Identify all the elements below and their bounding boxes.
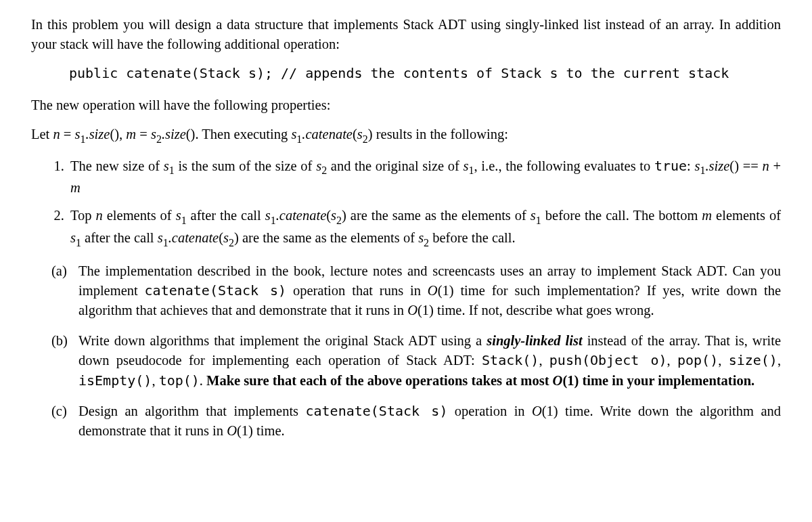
- var-s: s: [418, 230, 424, 245]
- subscript: 1: [76, 237, 81, 248]
- let-clause: Let n = s1.size(), m = s2.size(). Then e…: [31, 125, 781, 147]
- text: ,: [777, 353, 781, 368]
- var-m: m: [126, 127, 136, 142]
- text: The new size of: [70, 158, 164, 173]
- code-op: Stack(): [482, 352, 539, 368]
- text: are the same as the elements of: [239, 230, 418, 245]
- text: after the call: [81, 230, 158, 245]
- subscript: 1: [700, 165, 705, 176]
- text: (): [110, 127, 119, 142]
- emphasis: Make sure that each of the above operati…: [206, 373, 553, 388]
- method-size: size: [89, 127, 110, 142]
- text: (: [353, 127, 357, 142]
- var-m: m: [702, 208, 712, 223]
- kw-true: true: [654, 158, 687, 174]
- text: Write down algorithms that implement the…: [78, 333, 487, 348]
- subscript: 1: [81, 133, 86, 145]
- subscript: 1: [469, 165, 474, 176]
- text: (1): [542, 404, 558, 418]
- text: ): [342, 208, 346, 223]
- text: :: [687, 158, 694, 173]
- text: ): [368, 127, 373, 142]
- subscript: 1: [163, 237, 168, 248]
- subscript: 2: [156, 133, 162, 145]
- code-op: isEmpty(): [78, 372, 152, 389]
- text: operation in: [447, 404, 532, 418]
- var-n: n: [53, 127, 60, 142]
- subscript: 1: [296, 133, 302, 145]
- part-label-b: (b): [51, 331, 68, 351]
- text: (): [729, 158, 739, 173]
- big-o: O: [553, 373, 563, 388]
- list-item: (c) Design an algorithm that implements …: [51, 401, 781, 441]
- subscript: 1: [536, 215, 541, 226]
- var-s: s: [75, 127, 81, 142]
- problem-statement: In this problem you will design a data s…: [0, 0, 812, 472]
- subscript: 1: [271, 215, 276, 226]
- text: ,: [152, 373, 158, 388]
- emphasis: time in your implementation.: [579, 373, 754, 388]
- text: elements of: [103, 208, 176, 223]
- text: (1): [438, 283, 454, 298]
- subscript: 1: [181, 215, 187, 226]
- text: =: [60, 127, 75, 142]
- text: ,: [119, 127, 126, 142]
- text: is the sum of the size of: [175, 158, 316, 173]
- var-s: s: [158, 230, 163, 245]
- text: time.: [253, 423, 285, 438]
- text: time. If not, describe what goes wrong.: [434, 303, 654, 318]
- code-catenate: catenate(Stack s): [145, 282, 286, 299]
- text: (1): [418, 303, 434, 318]
- var-n: n: [96, 208, 103, 223]
- code-op: push(Object o): [549, 352, 667, 368]
- method-catenate: catenate: [172, 230, 219, 245]
- var-s: s: [151, 127, 156, 142]
- text: before the call. The bottom: [541, 208, 702, 223]
- subscript: 1: [169, 165, 175, 176]
- properties-list: The new size of s1 is the sum of the siz…: [31, 156, 781, 251]
- text: Top: [70, 208, 96, 223]
- text: (1): [237, 423, 253, 438]
- text: Design an algorithm that implements: [78, 404, 305, 418]
- text: (1): [562, 373, 579, 388]
- code-op: size(): [729, 352, 777, 368]
- var-s: s: [531, 208, 536, 223]
- text: +: [769, 158, 781, 173]
- subscript: 2: [336, 215, 342, 226]
- list-item: (b) Write down algorithms that implement…: [51, 331, 781, 390]
- var-s: s: [357, 127, 363, 142]
- text: operation that runs in: [286, 283, 428, 298]
- text: , i.e., the following evaluates to: [474, 158, 654, 173]
- var-s: s: [176, 208, 181, 223]
- subparts-list: (a) The implementation described in the …: [31, 261, 781, 441]
- catenate-signature: public catenate(Stack s); // appends the…: [69, 64, 781, 83]
- text: ,: [718, 353, 728, 368]
- text: before the call.: [429, 230, 515, 245]
- var-s: s: [164, 158, 169, 173]
- var-s: s: [265, 208, 271, 223]
- text: are the same as the elements of: [346, 208, 531, 223]
- list-item: The new size of s1 is the sum of the siz…: [68, 156, 781, 198]
- big-o: O: [227, 423, 237, 438]
- list-item: Top n elements of s1 after the call s1.c…: [68, 206, 781, 251]
- text: Let: [31, 127, 53, 142]
- var-s: s: [464, 158, 469, 173]
- part-label-a: (a): [51, 261, 67, 281]
- code-catenate: catenate(Stack s): [305, 403, 447, 419]
- code-op: pop(): [677, 352, 718, 368]
- var-s: s: [316, 158, 321, 173]
- text: elements of: [712, 208, 781, 223]
- subscript: 2: [424, 237, 429, 248]
- text: results in the following:: [373, 127, 508, 142]
- text: ==: [739, 158, 763, 173]
- var-s: s: [331, 208, 336, 223]
- subscript: 2: [321, 165, 327, 176]
- text: ,: [667, 353, 677, 368]
- intro-paragraph-1: In this problem you will design a data s…: [31, 15, 781, 54]
- text: =: [136, 127, 151, 142]
- code-op: top(): [159, 372, 200, 389]
- intro-paragraph-2: The new operation will have the followin…: [31, 95, 781, 115]
- text: and the original size of: [327, 158, 463, 173]
- subscript: 2: [229, 237, 234, 248]
- text: ): [234, 230, 239, 245]
